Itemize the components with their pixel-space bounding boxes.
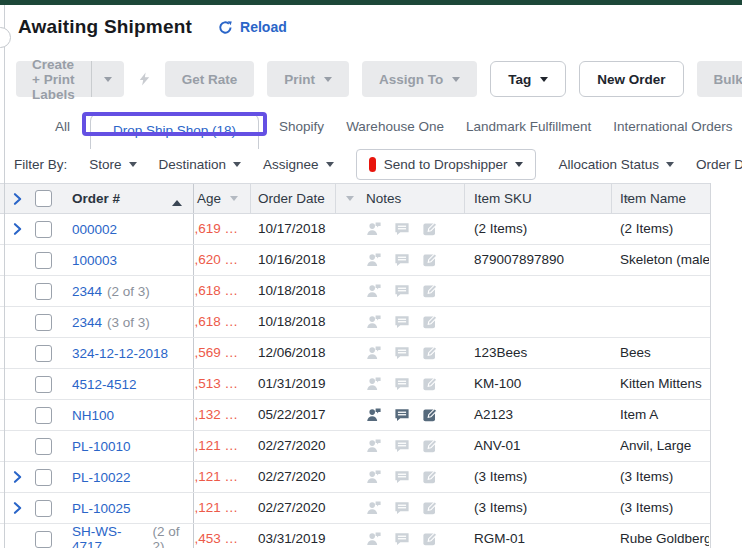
note-icon[interactable] bbox=[394, 438, 410, 454]
row-checkbox[interactable] bbox=[35, 407, 52, 424]
column-header-item-name[interactable]: Item Name bbox=[620, 184, 686, 213]
table-row[interactable]: 2,618 … 10/18/2018 2344 (3 of 3) bbox=[0, 307, 710, 338]
note-icon[interactable] bbox=[394, 531, 410, 547]
table-row[interactable]: 2,453 … 03/31/2019 RGM-01 Rube Goldberg … bbox=[0, 524, 710, 548]
create-print-labels-button[interactable]: Create + Print Labels bbox=[16, 61, 124, 97]
order-number-link[interactable]: 2344 bbox=[72, 315, 102, 330]
tab-warehouse-one[interactable]: Warehouse One bbox=[335, 110, 455, 143]
bulk-button[interactable]: Bulk bbox=[697, 61, 742, 97]
edit-note-icon[interactable] bbox=[422, 376, 438, 392]
assign-user-icon[interactable] bbox=[366, 252, 382, 268]
note-icon[interactable] bbox=[394, 500, 410, 516]
order-number-link[interactable]: 100003 bbox=[72, 253, 117, 268]
assign-user-icon[interactable] bbox=[366, 531, 382, 547]
expand-row-icon[interactable] bbox=[11, 470, 25, 484]
table-row[interactable]: 2,618 … 10/18/2018 2344 (2 of 3) bbox=[0, 276, 710, 307]
row-checkbox[interactable] bbox=[35, 500, 52, 517]
filter-destination[interactable]: Destination bbox=[159, 157, 242, 172]
assign-user-icon[interactable] bbox=[366, 345, 382, 361]
row-checkbox[interactable] bbox=[35, 531, 52, 548]
assign-user-icon[interactable] bbox=[366, 438, 382, 454]
order-number-link[interactable]: PL-10022 bbox=[72, 470, 131, 485]
table-row[interactable]: 3,132 … 05/22/2017 A2123 Item A NH100 bbox=[0, 400, 710, 431]
row-checkbox[interactable] bbox=[35, 438, 52, 455]
print-button[interactable]: Print bbox=[267, 61, 349, 97]
note-icon[interactable] bbox=[394, 407, 410, 423]
sidebar-collapse-button[interactable] bbox=[0, 27, 11, 48]
table-row[interactable]: 2,121 … 02/27/2020 (3 Items) (3 Items) P… bbox=[0, 462, 710, 493]
tab-shopify[interactable]: Shopify bbox=[268, 110, 335, 143]
note-icon[interactable] bbox=[394, 376, 410, 392]
edit-note-icon[interactable] bbox=[422, 283, 438, 299]
expand-row-icon[interactable] bbox=[11, 222, 25, 236]
row-checkbox[interactable] bbox=[35, 252, 52, 269]
assign-user-icon[interactable] bbox=[366, 314, 382, 330]
table-row[interactable]: 2,569 … 12/06/2018 123Bees Bees 324-12-1… bbox=[0, 338, 710, 369]
filter-store[interactable]: Store bbox=[89, 157, 136, 172]
filter-send-to-dropshipper[interactable]: Send to Dropshipper bbox=[356, 149, 537, 180]
edit-note-icon[interactable] bbox=[422, 252, 438, 268]
assign-user-icon[interactable] bbox=[366, 376, 382, 392]
note-icon[interactable] bbox=[394, 345, 410, 361]
filter-allocation-status[interactable]: Allocation Status bbox=[558, 157, 674, 172]
note-icon[interactable] bbox=[394, 252, 410, 268]
note-icon[interactable] bbox=[394, 221, 410, 237]
column-header-item-sku[interactable]: Item SKU bbox=[474, 184, 631, 213]
reload-button[interactable]: Reload bbox=[218, 19, 287, 35]
column-header-order-number[interactable]: Order # bbox=[0, 184, 194, 213]
row-checkbox[interactable] bbox=[35, 221, 52, 238]
edit-note-icon[interactable] bbox=[422, 469, 438, 485]
table-row[interactable]: 2,619 … 10/17/2018 (2 Items) (2 Items) 0… bbox=[0, 214, 710, 245]
sort-ascending-icon[interactable] bbox=[172, 194, 182, 209]
new-order-button[interactable]: New Order bbox=[579, 61, 683, 97]
tab-international-orders[interactable]: International Orders bbox=[602, 110, 742, 143]
edit-note-icon[interactable] bbox=[422, 221, 438, 237]
table-row[interactable]: 2,121 … 02/27/2020 ANV-01 Anvil, Large P… bbox=[0, 431, 710, 462]
edit-note-icon[interactable] bbox=[422, 438, 438, 454]
assign-user-icon[interactable] bbox=[366, 500, 382, 516]
row-checkbox[interactable] bbox=[35, 469, 52, 486]
edit-note-icon[interactable] bbox=[422, 407, 438, 423]
expand-all-icon[interactable] bbox=[11, 192, 25, 206]
tab-all[interactable]: All bbox=[44, 110, 81, 143]
order-number-link[interactable]: PL-10025 bbox=[72, 501, 131, 516]
tag-button[interactable]: Tag bbox=[490, 61, 566, 97]
order-number-link[interactable]: 324-12-12-2018 bbox=[72, 346, 168, 361]
column-menu-icon[interactable] bbox=[230, 196, 238, 201]
order-number-link[interactable]: PL-10010 bbox=[72, 439, 131, 454]
row-checkbox[interactable] bbox=[35, 345, 52, 362]
edit-note-icon[interactable] bbox=[422, 314, 438, 330]
table-row[interactable]: 2,513 … 01/31/2019 KM-100 Kitten Mittens… bbox=[0, 369, 710, 400]
table-row[interactable]: 2,121 … 02/27/2020 (3 Items) (3 Items) P… bbox=[0, 493, 710, 524]
create-print-labels-dropdown[interactable] bbox=[91, 61, 124, 97]
edit-note-icon[interactable] bbox=[422, 500, 438, 516]
assign-user-icon[interactable] bbox=[366, 469, 382, 485]
expand-row-icon[interactable] bbox=[11, 501, 25, 515]
edit-note-icon[interactable] bbox=[422, 345, 438, 361]
row-checkbox[interactable] bbox=[35, 376, 52, 393]
assign-user-icon[interactable] bbox=[366, 221, 382, 237]
assign-user-icon[interactable] bbox=[366, 283, 382, 299]
order-number-link[interactable]: 000002 bbox=[72, 222, 117, 237]
row-checkbox[interactable] bbox=[35, 314, 52, 331]
note-icon[interactable] bbox=[394, 469, 410, 485]
note-icon[interactable] bbox=[394, 283, 410, 299]
tab-landmark-fulfillment[interactable]: Landmark Fulfillment bbox=[455, 110, 602, 143]
column-menu-icon[interactable] bbox=[346, 196, 354, 201]
column-header-age[interactable]: Age bbox=[197, 184, 238, 213]
assign-to-button[interactable]: Assign To bbox=[362, 61, 477, 97]
table-row[interactable]: 2,620 … 10/16/2018 879007897890 Skeleton… bbox=[0, 245, 710, 276]
column-header-order-date[interactable]: Order Date bbox=[258, 184, 354, 213]
edit-note-icon[interactable] bbox=[422, 531, 438, 547]
order-number-link[interactable]: SH-WS-4717 bbox=[72, 524, 147, 548]
filter-assignee[interactable]: Assignee bbox=[263, 157, 334, 172]
select-all-checkbox[interactable] bbox=[35, 190, 52, 207]
assign-user-icon[interactable] bbox=[366, 407, 382, 423]
note-icon[interactable] bbox=[394, 314, 410, 330]
order-number-link[interactable]: NH100 bbox=[72, 408, 114, 423]
row-checkbox[interactable] bbox=[35, 283, 52, 300]
order-number-link[interactable]: 4512-4512 bbox=[72, 377, 137, 392]
tab-drop-ship-shop[interactable]: Drop Ship Shop (18) bbox=[90, 113, 259, 149]
filter-order-date[interactable]: Order Date bbox=[696, 157, 742, 172]
column-header-notes[interactable]: Notes bbox=[366, 184, 401, 213]
